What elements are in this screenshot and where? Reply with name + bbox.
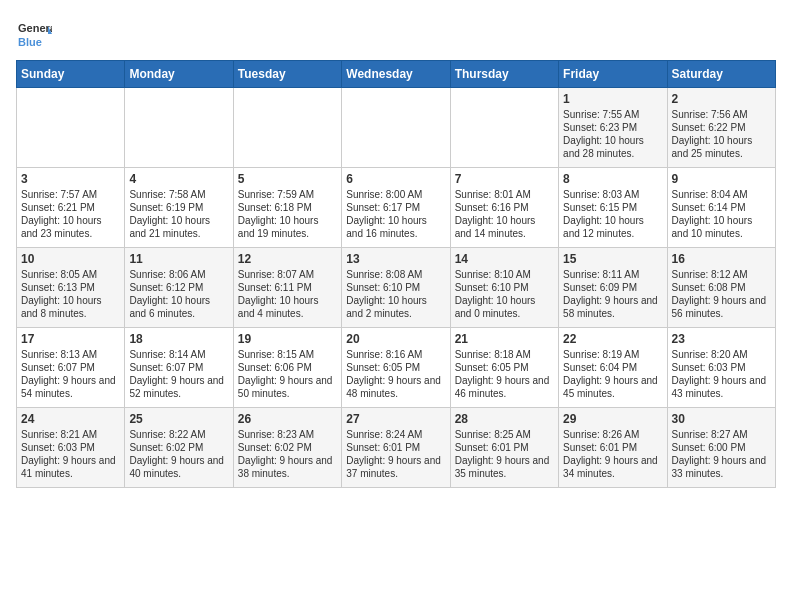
column-header-monday: Monday [125, 61, 233, 88]
day-info: Daylight: 9 hours and 34 minutes. [563, 454, 662, 480]
day-info: Sunrise: 8:00 AM [346, 188, 445, 201]
day-info: Sunrise: 8:19 AM [563, 348, 662, 361]
day-info: Sunrise: 8:06 AM [129, 268, 228, 281]
day-info: Sunset: 6:11 PM [238, 281, 337, 294]
calendar-cell: 1Sunrise: 7:55 AMSunset: 6:23 PMDaylight… [559, 88, 667, 168]
day-number: 10 [21, 252, 120, 266]
day-info: Sunset: 6:05 PM [346, 361, 445, 374]
day-info: Sunset: 6:02 PM [238, 441, 337, 454]
day-info: Daylight: 9 hours and 41 minutes. [21, 454, 120, 480]
day-info: Sunrise: 8:11 AM [563, 268, 662, 281]
day-info: Sunset: 6:07 PM [21, 361, 120, 374]
calendar-cell: 21Sunrise: 8:18 AMSunset: 6:05 PMDayligh… [450, 328, 558, 408]
calendar-cell: 26Sunrise: 8:23 AMSunset: 6:02 PMDayligh… [233, 408, 341, 488]
day-info: Daylight: 9 hours and 33 minutes. [672, 454, 771, 480]
calendar-cell: 27Sunrise: 8:24 AMSunset: 6:01 PMDayligh… [342, 408, 450, 488]
day-info: Daylight: 10 hours and 2 minutes. [346, 294, 445, 320]
day-number: 7 [455, 172, 554, 186]
day-info: Daylight: 10 hours and 19 minutes. [238, 214, 337, 240]
day-number: 30 [672, 412, 771, 426]
logo: General Blue [16, 16, 52, 52]
day-info: Sunrise: 7:56 AM [672, 108, 771, 121]
day-info: Sunset: 6:03 PM [672, 361, 771, 374]
day-number: 28 [455, 412, 554, 426]
column-header-tuesday: Tuesday [233, 61, 341, 88]
calendar-cell: 17Sunrise: 8:13 AMSunset: 6:07 PMDayligh… [17, 328, 125, 408]
day-info: Daylight: 10 hours and 10 minutes. [672, 214, 771, 240]
day-number: 24 [21, 412, 120, 426]
day-info: Sunset: 6:02 PM [129, 441, 228, 454]
day-info: Sunset: 6:23 PM [563, 121, 662, 134]
day-number: 2 [672, 92, 771, 106]
svg-text:General: General [18, 22, 52, 34]
calendar-cell: 4Sunrise: 7:58 AMSunset: 6:19 PMDaylight… [125, 168, 233, 248]
day-info: Daylight: 9 hours and 35 minutes. [455, 454, 554, 480]
day-number: 13 [346, 252, 445, 266]
day-number: 11 [129, 252, 228, 266]
column-header-wednesday: Wednesday [342, 61, 450, 88]
calendar-cell: 14Sunrise: 8:10 AMSunset: 6:10 PMDayligh… [450, 248, 558, 328]
column-header-sunday: Sunday [17, 61, 125, 88]
day-info: Daylight: 10 hours and 21 minutes. [129, 214, 228, 240]
day-number: 23 [672, 332, 771, 346]
day-info: Sunset: 6:19 PM [129, 201, 228, 214]
day-number: 29 [563, 412, 662, 426]
day-info: Sunrise: 8:23 AM [238, 428, 337, 441]
calendar-cell: 3Sunrise: 7:57 AMSunset: 6:21 PMDaylight… [17, 168, 125, 248]
calendar-cell: 18Sunrise: 8:14 AMSunset: 6:07 PMDayligh… [125, 328, 233, 408]
day-info: Daylight: 9 hours and 38 minutes. [238, 454, 337, 480]
day-info: Sunset: 6:22 PM [672, 121, 771, 134]
day-info: Sunset: 6:06 PM [238, 361, 337, 374]
day-number: 17 [21, 332, 120, 346]
calendar-cell: 9Sunrise: 8:04 AMSunset: 6:14 PMDaylight… [667, 168, 775, 248]
day-info: Daylight: 9 hours and 54 minutes. [21, 374, 120, 400]
calendar-week-row: 1Sunrise: 7:55 AMSunset: 6:23 PMDaylight… [17, 88, 776, 168]
calendar-cell: 6Sunrise: 8:00 AMSunset: 6:17 PMDaylight… [342, 168, 450, 248]
day-info: Sunset: 6:03 PM [21, 441, 120, 454]
day-info: Daylight: 10 hours and 28 minutes. [563, 134, 662, 160]
day-number: 15 [563, 252, 662, 266]
column-header-thursday: Thursday [450, 61, 558, 88]
day-info: Daylight: 9 hours and 56 minutes. [672, 294, 771, 320]
day-info: Sunrise: 7:59 AM [238, 188, 337, 201]
day-info: Sunrise: 8:21 AM [21, 428, 120, 441]
svg-text:Blue: Blue [18, 36, 42, 48]
day-info: Daylight: 9 hours and 48 minutes. [346, 374, 445, 400]
day-info: Sunset: 6:04 PM [563, 361, 662, 374]
calendar-week-row: 3Sunrise: 7:57 AMSunset: 6:21 PMDaylight… [17, 168, 776, 248]
day-number: 3 [21, 172, 120, 186]
day-number: 12 [238, 252, 337, 266]
day-number: 22 [563, 332, 662, 346]
day-info: Sunset: 6:05 PM [455, 361, 554, 374]
day-number: 5 [238, 172, 337, 186]
day-info: Daylight: 10 hours and 16 minutes. [346, 214, 445, 240]
day-info: Sunset: 6:01 PM [563, 441, 662, 454]
calendar-header-row: SundayMondayTuesdayWednesdayThursdayFrid… [17, 61, 776, 88]
day-info: Sunrise: 7:58 AM [129, 188, 228, 201]
calendar-week-row: 24Sunrise: 8:21 AMSunset: 6:03 PMDayligh… [17, 408, 776, 488]
day-info: Sunset: 6:18 PM [238, 201, 337, 214]
day-info: Sunrise: 8:24 AM [346, 428, 445, 441]
calendar-cell: 2Sunrise: 7:56 AMSunset: 6:22 PMDaylight… [667, 88, 775, 168]
calendar-cell: 23Sunrise: 8:20 AMSunset: 6:03 PMDayligh… [667, 328, 775, 408]
calendar-cell [342, 88, 450, 168]
calendar-cell: 25Sunrise: 8:22 AMSunset: 6:02 PMDayligh… [125, 408, 233, 488]
day-info: Sunrise: 8:12 AM [672, 268, 771, 281]
day-number: 18 [129, 332, 228, 346]
day-info: Sunset: 6:10 PM [346, 281, 445, 294]
day-number: 6 [346, 172, 445, 186]
column-header-saturday: Saturday [667, 61, 775, 88]
day-number: 20 [346, 332, 445, 346]
day-info: Sunrise: 8:03 AM [563, 188, 662, 201]
calendar-cell [233, 88, 341, 168]
day-number: 21 [455, 332, 554, 346]
day-info: Daylight: 9 hours and 58 minutes. [563, 294, 662, 320]
day-info: Daylight: 9 hours and 40 minutes. [129, 454, 228, 480]
day-number: 26 [238, 412, 337, 426]
day-info: Sunset: 6:00 PM [672, 441, 771, 454]
calendar-cell: 29Sunrise: 8:26 AMSunset: 6:01 PMDayligh… [559, 408, 667, 488]
calendar-cell: 28Sunrise: 8:25 AMSunset: 6:01 PMDayligh… [450, 408, 558, 488]
day-info: Sunset: 6:17 PM [346, 201, 445, 214]
day-number: 8 [563, 172, 662, 186]
day-info: Sunset: 6:09 PM [563, 281, 662, 294]
